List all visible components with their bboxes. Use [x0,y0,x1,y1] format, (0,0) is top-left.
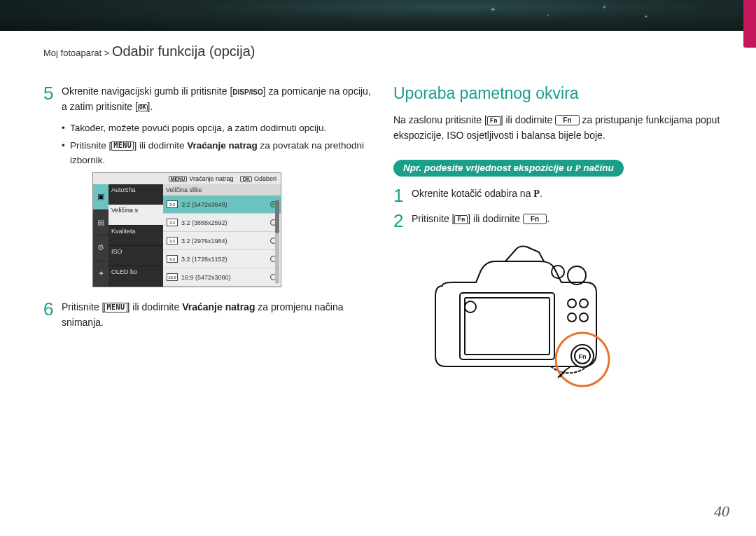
lcd-preview: MENUVraćanje natrag OKOdaberi ▣ ▤ ⚙ ✦ Au… [92,172,281,287]
step-body: Okrenite navigacijski gumb ili pritisnit… [62,84,372,114]
fn-pill-icon: Fn [523,214,547,224]
step-number: 5 [43,84,62,114]
aspect-icon: 3:2 [167,255,178,263]
lcd-tabs: ▣ ▤ ⚙ ✦ [93,184,108,287]
ok-icon: OK [138,104,148,111]
accent-strip [743,0,756,48]
step5-bullets: Također, možete povući popis opcija, a z… [62,121,372,168]
svg-point-8 [580,313,588,322]
lcd-menu-item: OLED bo [108,266,163,287]
step-1: 1 Okrenite kotačić odabira na P. [393,186,722,205]
lcd-row: 3:23:2 (5472x3648) [163,195,281,214]
step-6: 6 Pritisnite [MENU] ili dodirnite Vraćan… [43,300,372,330]
fn-pill-icon: Fn [555,115,579,125]
breadcrumb: Moj fotoaparat > Odabir funkcija (opcija… [43,43,255,60]
lcd-list-header: Veličina slike [163,184,281,195]
left-column: 5 Okrenite navigacijski gumb ili pritisn… [43,84,372,338]
menu-icon: MENU [169,176,188,182]
aspect-icon: 3:2 [167,219,178,226]
aspect-icon: 3:2 [167,237,178,245]
lcd-body: ▣ ▤ ⚙ ✦ AutoSha Veličina s Kvaliteta ISO… [93,184,281,287]
video-tab-icon: ▤ [93,210,108,236]
page-number: 40 [714,502,729,521]
misc-tab-icon: ✦ [93,261,108,287]
lcd-menu-item: ISO [108,246,163,266]
lcd-topbar: MENUVraćanje natrag OKOdaberi [93,173,281,184]
example-pill: Npr. podesite vrijednost ekspozicije u P… [393,160,624,177]
camera-tab-icon: ▣ [93,184,108,210]
header-band: ✦✦✦✦ [0,0,756,31]
bullet-2: Pritisnite [MENU] ili dodirnite Vraćanje… [62,139,372,168]
lcd-list: Veličina slike 3:23:2 (5472x3648) 3:23:2… [163,184,281,287]
fn-icon: Fn [487,116,500,125]
lcd-back-label: Vraćanje natrag [189,176,233,182]
step-2: 2 Pritisnite [Fn] ili dodirnite Fn. [393,212,722,230]
bullet-1: Također, možete povući popis opcija, a z… [62,121,372,136]
lcd-menu-item: AutoSha [108,184,163,205]
fn-icon: Fn [454,215,468,224]
breadcrumb-prefix: Moj fotoaparat > [43,48,112,58]
section-title: Uporaba pametnog okvira [393,84,722,103]
svg-point-0 [465,301,476,312]
lcd-select-label: Odaberi [254,175,276,182]
lcd-menu: AutoSha Veličina s Kvaliteta ISO OLED bo [108,184,163,287]
ok-icon: OK [240,176,252,182]
step-body: Okrenite kotačić odabira na P. [412,186,722,205]
right-column: Uporaba pametnog okvira Na zaslonu priti… [393,84,722,391]
svg-point-6 [580,299,588,308]
svg-text:Fn: Fn [579,353,587,360]
step-5: 5 Okrenite navigacijski gumb ili pritisn… [43,84,372,114]
aspect-icon: 3:2 [167,200,178,208]
step-number: 6 [43,300,62,330]
lcd-menu-item: Veličina s [108,205,163,225]
step-number: 1 [393,186,412,205]
svg-rect-2 [465,298,550,355]
scrollbar [275,200,279,284]
step-body: Pritisnite [MENU] ili dodirnite Vraćanje… [62,300,372,330]
step-number: 2 [393,212,412,230]
settings-tab-icon: ⚙ [93,235,108,261]
intro-paragraph: Na zaslonu pritisnite [Fn] ili dodirnite… [393,113,722,143]
p-mode-icon: P [575,163,580,173]
svg-point-7 [568,313,576,322]
menu-icon: MENU [104,303,127,312]
p-mode-icon: P [533,188,540,199]
aspect-icon: 16:9 [167,273,178,281]
step-body: Pritisnite [Fn] ili dodirnite Fn. [412,212,722,230]
menu-icon: MENU [111,141,134,151]
svg-point-5 [568,299,576,308]
lcd-menu-item: Kvaliteta [108,226,163,246]
camera-illustration: Fn [421,237,631,391]
lcd-row: 3:23:2 (2976x1984) [163,232,281,250]
lcd-row: 3:23:2 (1728x1152) [163,250,281,268]
lcd-row: 16:916:9 (5472x3080) [163,268,281,287]
breadcrumb-section: Odabir funkcija (opcija) [112,43,255,59]
disp-iso-icon: DISP/ISO [232,88,262,96]
lcd-row: 3:23:2 (3888x2592) [163,214,281,232]
